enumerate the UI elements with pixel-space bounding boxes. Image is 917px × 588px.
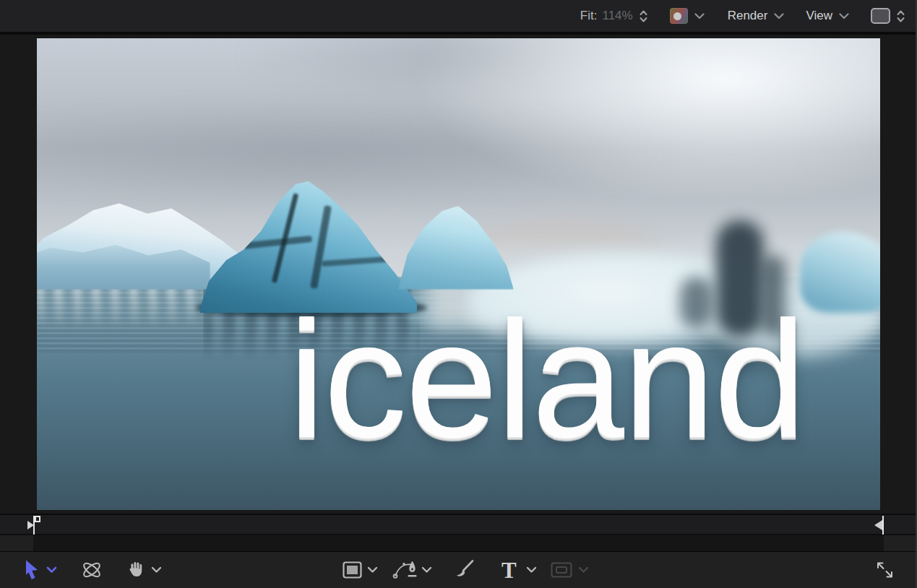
- color-swatch-icon: [670, 8, 688, 24]
- out-marker-triangle: [874, 520, 882, 530]
- rectangle-mask-icon: [343, 561, 362, 579]
- chevron-down-icon: [839, 13, 849, 20]
- pan-tool-button[interactable]: [126, 561, 144, 580]
- text-tool-button[interactable]: T: [501, 559, 517, 581]
- shape-tool-button-disabled: [551, 562, 572, 578]
- select-arrow-icon: [23, 560, 40, 581]
- rectangle-mask-tool-button[interactable]: [343, 561, 362, 579]
- scene-iceberg-right: [800, 232, 880, 313]
- view-menu[interactable]: View: [806, 9, 849, 23]
- mini-timeline[interactable]: [0, 514, 917, 535]
- paintbrush-icon: [452, 559, 475, 581]
- chevron-down-icon: [421, 566, 432, 574]
- canvas-tool-palette: T: [0, 551, 917, 588]
- chevron-down-icon: [578, 566, 589, 574]
- window-stepper-icon: [896, 9, 905, 23]
- canvas-top-toolbar: Fit: 114% Render View: [0, 0, 917, 35]
- bezier-pen-icon: [392, 560, 418, 581]
- motion-canvas-window: Fit: 114% Render View: [0, 0, 917, 588]
- select-tool-button[interactable]: [23, 560, 40, 581]
- color-channel-menu[interactable]: [670, 8, 705, 24]
- window-display-icon: [871, 8, 890, 24]
- chevron-down-icon: [46, 566, 57, 574]
- timeline-scrollbar[interactable]: [0, 535, 917, 551]
- text-tool-menu[interactable]: [526, 566, 537, 574]
- shape-tool-icon: [551, 562, 572, 578]
- bezier-pen-tool-menu[interactable]: [421, 566, 432, 574]
- orbit-3d-transform-icon: [79, 559, 104, 581]
- render-menu[interactable]: Render: [728, 9, 785, 23]
- render-menu-label: Render: [728, 9, 768, 23]
- pan-tool-menu[interactable]: [151, 566, 162, 574]
- window-display-control[interactable]: [871, 8, 905, 24]
- expand-canvas-button[interactable]: [876, 561, 894, 579]
- play-range-out-marker[interactable]: [874, 516, 885, 535]
- expand-fullscreen-icon: [876, 561, 894, 579]
- chevron-down-icon: [774, 13, 784, 20]
- hand-pan-icon: [126, 561, 144, 580]
- shape-tool-menu-disabled: [578, 566, 589, 574]
- chevron-down-icon: [526, 566, 537, 574]
- chevron-down-icon: [151, 566, 162, 574]
- bezier-pen-tool-button[interactable]: [392, 560, 418, 581]
- text-tool-icon: T: [501, 559, 517, 581]
- view-menu-label: View: [806, 9, 832, 23]
- rectangle-mask-tool-menu[interactable]: [367, 566, 378, 574]
- scrollbar-right-cap[interactable]: [884, 535, 917, 551]
- zoom-fit-label: Fit:: [580, 9, 598, 23]
- scene-ice-streak: [310, 205, 332, 289]
- scrollbar-left-cap[interactable]: [0, 535, 33, 551]
- transform-3d-tool-button[interactable]: [79, 559, 104, 581]
- zoom-level-value: 114%: [602, 9, 632, 23]
- zoom-level-control[interactable]: Fit: 114%: [580, 9, 648, 23]
- paint-stroke-tool-button[interactable]: [452, 559, 475, 581]
- play-range-in-marker[interactable]: [27, 516, 39, 535]
- scene-cloud: [413, 38, 880, 204]
- in-marker-flag: [35, 516, 40, 522]
- chevron-down-icon: [367, 566, 378, 574]
- out-marker-stem: [882, 516, 884, 535]
- select-tool-menu[interactable]: [46, 566, 57, 574]
- canvas-title-text[interactable]: iceland: [288, 297, 805, 463]
- zoom-stepper-icon[interactable]: [639, 9, 648, 23]
- chevron-down-icon: [694, 13, 705, 20]
- canvas-viewport[interactable]: iceland: [37, 38, 880, 510]
